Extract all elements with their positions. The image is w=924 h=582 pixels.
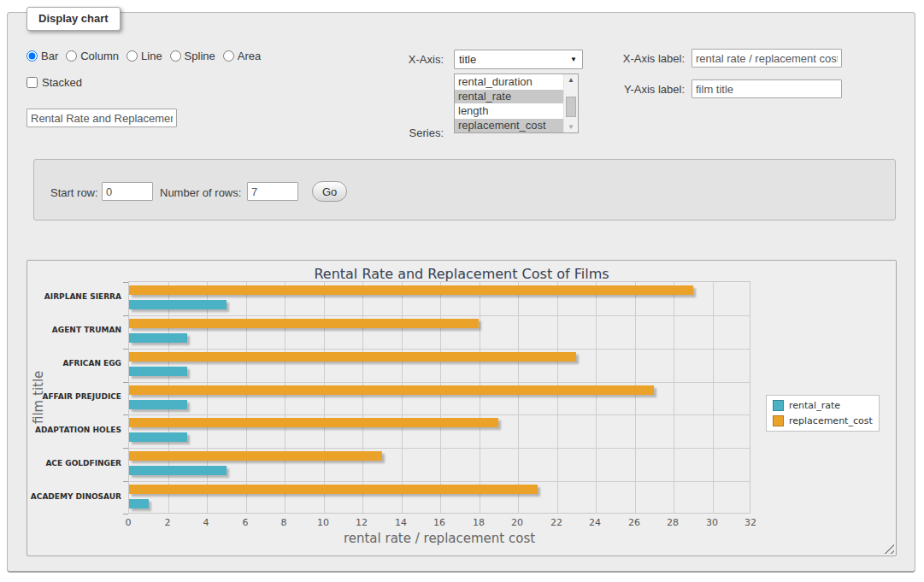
y-axis-label-field-label: Y-Axis label: xyxy=(555,83,685,97)
resize-handle-icon[interactable] xyxy=(884,544,894,554)
x-gridline xyxy=(324,282,325,513)
x-gridline xyxy=(285,282,285,513)
rental_rate-bar xyxy=(129,466,227,475)
chart-type-bar-label: Bar xyxy=(41,50,58,62)
x-gridline xyxy=(713,282,714,513)
replacement_cost-bar xyxy=(129,451,382,461)
y-axis-tick xyxy=(123,315,128,316)
rental_rate-bar xyxy=(129,333,187,343)
y-axis-tick xyxy=(123,514,128,514)
series-list-label: Series: xyxy=(343,126,444,140)
x-tick-label: 28 xyxy=(656,517,690,528)
x-gridline xyxy=(557,282,558,513)
legend-label: replacement_cost xyxy=(789,415,873,426)
chart-type-area-radio[interactable] xyxy=(223,50,234,62)
series-option-rental-duration[interactable]: rental_duration xyxy=(455,75,563,89)
x-tick-label: 32 xyxy=(733,517,768,528)
replacement_cost-bar xyxy=(129,418,498,427)
x-tick-label: 4 xyxy=(189,517,223,528)
x-axis-selected-value: title xyxy=(459,53,476,66)
rental_rate-bar xyxy=(129,367,187,376)
series-option-rental-rate[interactable]: rental_rate xyxy=(455,90,563,103)
x-gridline xyxy=(402,282,403,513)
chart-type-line-label: Line xyxy=(141,50,162,62)
chart-type-line-radio[interactable] xyxy=(127,50,138,62)
category-label: ADAPTATION HOLES xyxy=(27,426,121,434)
x-gridline xyxy=(518,282,519,513)
category-label: AGENT TRUMAN xyxy=(27,326,121,334)
chart-type-spline-label: Spline xyxy=(185,50,215,62)
x-tick-label: 2 xyxy=(150,517,185,528)
x-tick-label: 26 xyxy=(617,517,651,528)
x-gridline xyxy=(635,282,636,513)
number-of-rows-label: Number of rows: xyxy=(160,186,241,200)
x-tick-label: 10 xyxy=(306,517,340,528)
replacement_cost-bar xyxy=(129,319,479,328)
x-axis-label-field-label: X-Axis label: xyxy=(555,52,685,66)
x-gridline xyxy=(674,282,674,513)
chart-type-spline[interactable]: Spline xyxy=(170,50,215,62)
x-gridline xyxy=(596,282,597,513)
scrollbar-thumb[interactable] xyxy=(566,97,576,117)
chart-type-bar-radio[interactable] xyxy=(26,50,38,62)
x-gridline xyxy=(480,282,480,513)
x-gridline xyxy=(362,282,363,513)
x-axis-select-label: X-Axis: xyxy=(343,53,444,67)
legend-item: replacement_cost xyxy=(773,415,873,426)
series-option-replacement-cost[interactable]: replacement_cost xyxy=(455,119,563,132)
x-tick-label: 30 xyxy=(695,517,729,528)
category-label: ACE GOLDFINGER xyxy=(27,459,121,467)
y-gridline xyxy=(129,315,750,316)
x-gridline xyxy=(168,282,169,513)
chart-type-column-radio[interactable] xyxy=(66,50,77,62)
y-axis-tick xyxy=(123,414,128,415)
replacement_cost-bar xyxy=(129,285,693,295)
number-of-rows-input[interactable] xyxy=(247,182,298,201)
y-axis-tick xyxy=(123,448,128,449)
replacement_cost-bar xyxy=(129,485,538,494)
legend-item: rental_rate xyxy=(773,400,873,411)
fieldset-legend: Display chart xyxy=(26,7,121,31)
y-gridline xyxy=(129,414,750,415)
chart-type-area-label: Area xyxy=(238,50,261,62)
x-axis-label-input[interactable] xyxy=(692,49,842,68)
row-range-panel: Start row: Number of rows: Go xyxy=(33,159,896,220)
series-option-length[interactable]: length xyxy=(455,104,563,118)
y-axis-tick xyxy=(123,282,128,283)
y-axis-label-input[interactable] xyxy=(692,79,842,98)
chart-type-bar[interactable]: Bar xyxy=(26,50,58,62)
category-label: ACADEMY DINOSAUR xyxy=(27,492,121,501)
rental_rate-bar xyxy=(129,432,187,442)
rental_rate-bar xyxy=(129,499,149,509)
rental_rate-bar xyxy=(129,400,187,409)
x-gridline xyxy=(440,282,441,513)
x-gridline xyxy=(246,282,247,513)
stacked-checkbox[interactable] xyxy=(26,77,38,88)
stacked-option[interactable]: Stacked xyxy=(26,76,82,89)
legend-swatch-icon xyxy=(773,400,784,411)
category-label: AFFAIR PREJUDICE xyxy=(27,392,121,401)
x-tick-label: 6 xyxy=(228,517,262,528)
x-tick-label: 0 xyxy=(111,517,145,528)
x-tick-label: 12 xyxy=(344,517,379,528)
chart-type-column[interactable]: Column xyxy=(66,50,119,62)
y-axis-tick xyxy=(123,382,128,383)
x-tick-label: 24 xyxy=(578,517,612,528)
chart-type-line[interactable]: Line xyxy=(127,50,162,62)
category-label: AFRICAN EGG xyxy=(27,359,121,367)
chart-type-spline-radio[interactable] xyxy=(170,50,181,62)
x-tick-label: 20 xyxy=(500,517,534,528)
chart-title: Rental Rate and Replacement Cost of Film… xyxy=(27,266,896,282)
stacked-label: Stacked xyxy=(42,76,82,89)
y-gridline xyxy=(129,382,750,383)
scroll-down-icon[interactable]: ▼ xyxy=(564,123,578,131)
replacement_cost-bar xyxy=(129,385,654,395)
legend-swatch-icon xyxy=(773,415,784,426)
start-row-input[interactable] xyxy=(102,182,153,201)
chart-type-area[interactable]: Area xyxy=(223,50,261,62)
x-gridline xyxy=(207,282,208,513)
display-chart-fieldset: Display chart Bar Column Line Spline Are… xyxy=(7,12,915,573)
chart-title-input[interactable] xyxy=(26,109,177,127)
go-button[interactable]: Go xyxy=(312,181,347,202)
x-tick-label: 8 xyxy=(267,517,301,528)
